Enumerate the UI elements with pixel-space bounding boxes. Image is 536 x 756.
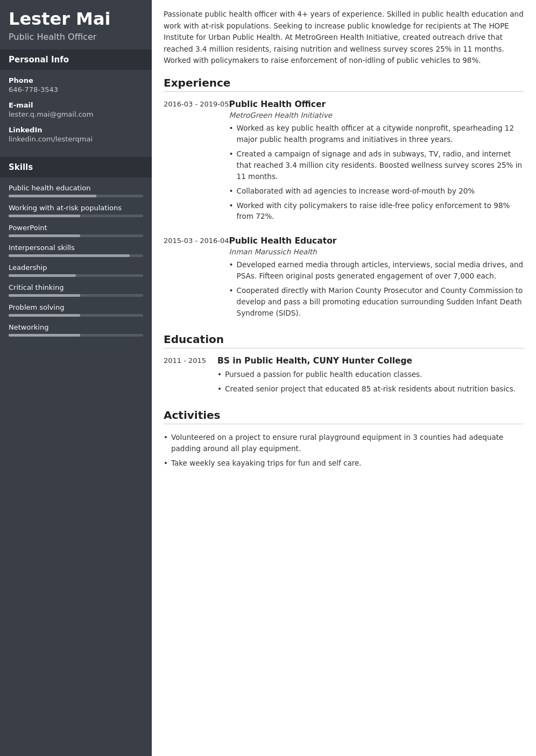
- skill-item: PowerPoint: [9, 224, 143, 237]
- skill-bar: [9, 334, 143, 337]
- entry-job-title: Public Health Officer: [229, 99, 524, 109]
- entry-body: Public Health Officer MetroGreen Health …: [229, 99, 524, 225]
- education-entry: 2011 - 2015 BS in Public Health, CUNY Hu…: [164, 356, 524, 398]
- education-heading: Education: [164, 333, 524, 348]
- skill-bar: [9, 314, 143, 317]
- skill-item: Networking: [9, 323, 143, 337]
- entry-bullets: Worked as key public health officer at a…: [229, 123, 524, 222]
- phone-item: Phone 646-778-3543: [9, 76, 143, 94]
- bullet-item: Created senior project that educated 85 …: [217, 383, 524, 395]
- bullet-item: Pursued a passion for public health educ…: [217, 369, 524, 380]
- linkedin-item: LinkedIn linkedin.com/lesterqmai: [9, 126, 143, 143]
- skill-item: Interpersonal skills: [9, 244, 143, 257]
- summary-text: Passionate public health officer with 4+…: [164, 9, 524, 67]
- entry-dates: 2015-03 - 2016-04: [164, 236, 229, 322]
- main-content: Passionate public health officer with 4+…: [152, 0, 536, 756]
- skill-item: Critical thinking: [9, 283, 143, 297]
- entry-bullets: Developed earned media through articles,…: [229, 259, 524, 319]
- edu-dates: 2011 - 2015: [164, 356, 217, 398]
- experience-entry: 2015-03 - 2016-04 Public Health Educator…: [164, 236, 524, 322]
- email-label: E-mail: [9, 101, 143, 109]
- entry-org: Inman Marussich Health: [229, 247, 524, 256]
- activity-item: Volunteered on a project to ensure rural…: [164, 432, 524, 454]
- phone-value: 646-778-3543: [9, 85, 143, 94]
- skill-bar: [9, 274, 143, 277]
- email-item: E-mail lester.q.mai@gmail.com: [9, 101, 143, 118]
- activity-item: Take weekly sea kayaking trips for fun a…: [164, 458, 524, 469]
- skill-name: Networking: [9, 323, 143, 331]
- bullet-item: Created a campaign of signage and ads in…: [229, 148, 524, 182]
- candidate-title: Public Health Officer: [9, 32, 143, 42]
- skill-name: Problem solving: [9, 303, 143, 311]
- bullet-item: Developed earned media through articles,…: [229, 259, 524, 282]
- email-value: lester.q.mai@gmail.com: [9, 110, 143, 118]
- skills-content: Public health education Working with at-…: [0, 177, 152, 350]
- activities-section: Activities Volunteered on a project to e…: [164, 409, 524, 469]
- skill-name: Critical thinking: [9, 283, 143, 291]
- skill-name: Leadership: [9, 263, 143, 272]
- skill-item: Public health education: [9, 184, 143, 197]
- skill-name: PowerPoint: [9, 224, 143, 232]
- skill-name: Working with at-risk populations: [9, 204, 143, 212]
- skill-bar: [9, 195, 143, 197]
- entry-body: Public Health Educator Inman Marussich H…: [229, 236, 524, 322]
- experience-entry: 2016-03 - 2019-05 Public Health Officer …: [164, 99, 524, 225]
- linkedin-value: linkedin.com/lesterqmai: [9, 135, 143, 143]
- bullet-item: Worked as key public health officer at a…: [229, 123, 524, 145]
- entry-org: MetroGreen Health Initiative: [229, 111, 524, 119]
- skill-name: Interpersonal skills: [9, 244, 143, 252]
- edu-body: BS in Public Health, CUNY Hunter College…: [217, 356, 524, 398]
- phone-label: Phone: [9, 76, 143, 84]
- entry-job-title: Public Health Educator: [229, 236, 524, 246]
- skill-name: Public health education: [9, 184, 143, 192]
- entry-dates: 2016-03 - 2019-05: [164, 99, 229, 225]
- activities-heading: Activities: [164, 409, 524, 424]
- education-section: Education 2011 - 2015 BS in Public Healt…: [164, 333, 524, 398]
- sidebar-header: Lester Mai Public Health Officer: [0, 0, 152, 49]
- sidebar: Lester Mai Public Health Officer Persona…: [0, 0, 152, 756]
- skill-item: Leadership: [9, 263, 143, 277]
- personal-info-header: Personal Info: [0, 49, 152, 70]
- bullet-item: Worked with city policymakers to raise i…: [229, 200, 524, 223]
- skills-header: Skills: [0, 157, 152, 177]
- skill-bar: [9, 234, 143, 237]
- skill-bar: [9, 254, 143, 257]
- bullet-item: Cooperated directly with Marion County P…: [229, 285, 524, 319]
- skill-bar: [9, 294, 143, 297]
- bullet-item: Collaborated with ad agencies to increas…: [229, 186, 524, 197]
- skill-bar: [9, 215, 143, 217]
- candidate-name: Lester Mai: [9, 10, 143, 28]
- skill-item: Working with at-risk populations: [9, 204, 143, 217]
- experience-section: Experience 2016-03 - 2019-05 Public Heal…: [164, 76, 524, 322]
- edu-bullets: Pursued a passion for public health educ…: [217, 369, 524, 395]
- edu-degree: BS in Public Health, CUNY Hunter College: [217, 356, 524, 366]
- experience-heading: Experience: [164, 76, 524, 92]
- linkedin-label: LinkedIn: [9, 126, 143, 134]
- skill-item: Problem solving: [9, 303, 143, 317]
- personal-info-content: Phone 646-778-3543 E-mail lester.q.mai@g…: [0, 70, 152, 157]
